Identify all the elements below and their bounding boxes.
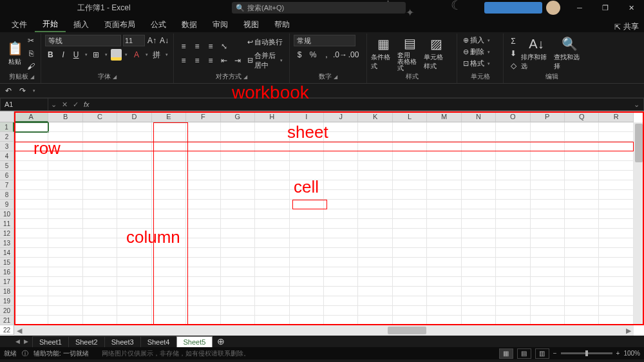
cell[interactable] — [599, 306, 633, 316]
cell[interactable] — [462, 142, 496, 151]
cell[interactable] — [48, 258, 82, 267]
cell[interactable] — [462, 209, 496, 219]
redo-button[interactable]: ↷ — [17, 85, 28, 97]
cell[interactable] — [324, 248, 358, 258]
cell[interactable] — [83, 142, 117, 151]
cell[interactable] — [152, 122, 186, 132]
cell[interactable] — [48, 267, 82, 277]
cell[interactable] — [427, 209, 461, 219]
cell[interactable] — [83, 287, 117, 296]
cell[interactable] — [48, 296, 82, 306]
cell[interactable] — [393, 277, 427, 287]
cell[interactable] — [462, 267, 496, 277]
cut-button[interactable]: ✂ — [25, 35, 37, 46]
cell[interactable] — [14, 296, 48, 306]
cell[interactable] — [152, 296, 186, 306]
cell[interactable] — [290, 229, 324, 238]
cell[interactable] — [393, 151, 427, 161]
cell[interactable] — [14, 316, 48, 325]
chevron-down-icon[interactable]: ▾ — [164, 52, 169, 57]
cell[interactable] — [255, 238, 289, 248]
cell[interactable] — [531, 306, 565, 316]
cell[interactable] — [48, 180, 82, 190]
format-painter-button[interactable]: 🖌 — [25, 61, 37, 72]
fill-button[interactable]: ⬇ — [507, 48, 519, 59]
cell[interactable] — [393, 258, 427, 267]
cell[interactable] — [358, 200, 392, 209]
cell[interactable] — [427, 219, 461, 229]
cell[interactable] — [496, 219, 530, 229]
search-box[interactable]: 🔍 搜索(Alt+Q) — [232, 2, 406, 14]
cell[interactable] — [255, 277, 289, 287]
number-launcher[interactable]: ◢ — [334, 74, 337, 80]
cell[interactable] — [186, 180, 220, 190]
cell[interactable] — [152, 180, 186, 190]
cell[interactable] — [496, 171, 530, 180]
cell[interactable] — [427, 122, 461, 132]
cell[interactable] — [152, 142, 186, 151]
cell[interactable] — [565, 219, 599, 229]
cell[interactable] — [152, 267, 186, 277]
cell-styles-button[interactable]: ▨单元格样式 — [424, 35, 448, 72]
cell[interactable] — [427, 306, 461, 316]
cell[interactable] — [186, 171, 220, 180]
cell[interactable] — [599, 296, 633, 306]
cell[interactable] — [83, 277, 117, 287]
cell[interactable] — [324, 151, 358, 161]
cell[interactable] — [186, 122, 220, 132]
column-header[interactable]: G — [221, 111, 255, 122]
cell[interactable] — [393, 267, 427, 277]
cell[interactable] — [393, 287, 427, 296]
cell[interactable] — [186, 161, 220, 171]
cell[interactable] — [358, 248, 392, 258]
row-header[interactable]: 11 — [0, 219, 14, 229]
share-button[interactable]: ⇱ 共享 — [614, 21, 639, 32]
cell[interactable] — [186, 306, 220, 316]
cell[interactable] — [117, 200, 151, 209]
format-as-table-button[interactable]: ▤套用 表格格式 — [397, 35, 422, 72]
zoom-level[interactable]: 100% — [623, 350, 640, 357]
clear-button[interactable]: ◇ — [507, 60, 519, 71]
comma-format-button[interactable]: , — [321, 49, 332, 61]
cell[interactable] — [531, 296, 565, 306]
clipboard-launcher[interactable]: ◢ — [30, 74, 34, 80]
cell[interactable] — [290, 267, 324, 277]
cell[interactable] — [48, 200, 82, 209]
cell[interactable] — [565, 200, 599, 209]
cell[interactable] — [290, 161, 324, 171]
cell[interactable] — [83, 161, 117, 171]
cell[interactable] — [358, 122, 392, 132]
cell[interactable] — [117, 161, 151, 171]
cell[interactable] — [48, 171, 82, 180]
cell[interactable] — [427, 258, 461, 267]
chevron-down-icon[interactable]: ▾ — [144, 52, 149, 57]
cell[interactable] — [48, 161, 82, 171]
zoom-in-button[interactable]: + — [616, 350, 620, 357]
sheet-tab[interactable]: Sheet5 — [176, 336, 213, 347]
cell[interactable] — [14, 277, 48, 287]
cell[interactable] — [186, 190, 220, 200]
cell[interactable] — [255, 161, 289, 171]
column-header[interactable]: L — [393, 111, 427, 122]
cell[interactable] — [290, 287, 324, 296]
cell[interactable] — [221, 229, 255, 238]
cell[interactable] — [221, 190, 255, 200]
cell[interactable] — [117, 190, 151, 200]
tab-home[interactable]: 开始 — [35, 17, 66, 32]
font-size-select[interactable] — [123, 35, 145, 46]
cell[interactable] — [152, 171, 186, 180]
increase-font-button[interactable]: A↑ — [147, 35, 157, 46]
increase-decimal-button[interactable]: .0→ — [334, 49, 346, 61]
cell[interactable] — [393, 171, 427, 180]
sheet-nav-next[interactable]: ▶ — [24, 338, 28, 345]
cell[interactable] — [14, 287, 48, 296]
cell[interactable] — [290, 209, 324, 219]
cell[interactable] — [358, 296, 392, 306]
cell[interactable] — [531, 200, 565, 209]
row-header[interactable]: 8 — [0, 190, 14, 200]
cell[interactable] — [496, 248, 530, 258]
cell[interactable] — [496, 267, 530, 277]
cell[interactable] — [324, 267, 358, 277]
row-header[interactable]: 4 — [0, 151, 14, 161]
cell[interactable] — [186, 219, 220, 229]
